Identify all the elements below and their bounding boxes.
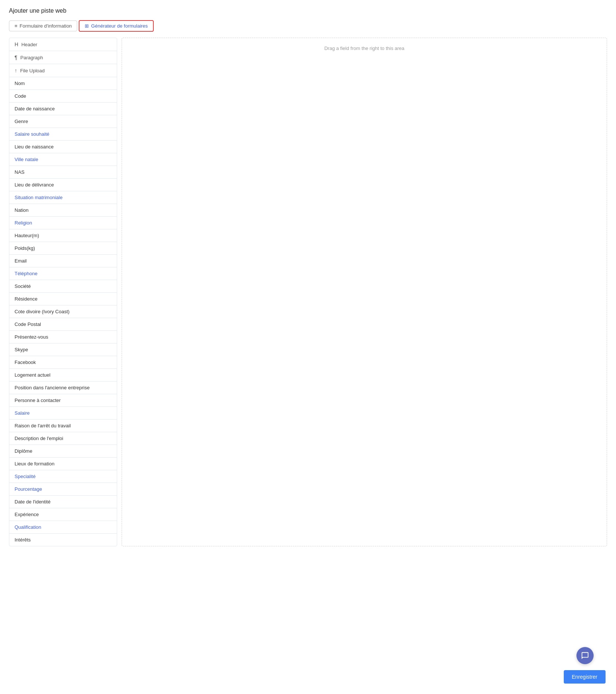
field-item-presentez-vous[interactable]: Présentez-vous [9, 331, 117, 343]
field-label-telephone: Téléphone [15, 271, 37, 276]
field-label-experience: Expérience [15, 512, 39, 517]
field-item-date-naissance[interactable]: Date de naissance [9, 103, 117, 115]
fields-panel: HHeader¶Paragraph↑File UploadNomCodeDate… [9, 38, 117, 546]
field-label-presentez-vous: Présentez-vous [15, 334, 48, 340]
field-item-hauteur[interactable]: Hauteur(m) [9, 229, 117, 242]
field-label-ville-natale: Ville natale [15, 157, 38, 162]
field-item-salaire[interactable]: Salaire [9, 407, 117, 420]
field-label-lieu-naissance: Lieu de naissance [15, 144, 54, 150]
field-icon-paragraph: ¶ [15, 54, 18, 60]
field-item-personne-contacter[interactable]: Personne à contacter [9, 394, 117, 407]
field-label-diplome: Diplôme [15, 448, 32, 454]
field-item-genre[interactable]: Genre [9, 115, 117, 128]
field-label-poids: Poids(kg) [15, 245, 35, 251]
field-label-nation: Nation [15, 207, 29, 213]
field-item-cote-divoire[interactable]: Cote divoire (Ivory Coast) [9, 305, 117, 318]
field-item-societe[interactable]: Société [9, 280, 117, 293]
field-item-lieu-naissance[interactable]: Lieu de naissance [9, 141, 117, 153]
field-label-date-naissance: Date de naissance [15, 106, 55, 112]
field-item-specialite[interactable]: Specialité [9, 470, 117, 483]
page-wrapper: Ajouter une piste web ≡Formulaire d'info… [0, 0, 616, 694]
field-label-file-upload: File Upload [20, 68, 45, 73]
tab-info[interactable]: ≡Formulaire d'information [9, 21, 77, 31]
tab-label-info: Formulaire d'information [20, 23, 72, 29]
field-item-nom[interactable]: Nom [9, 77, 117, 90]
field-item-facebook[interactable]: Facebook [9, 356, 117, 369]
field-label-code: Code [15, 93, 26, 99]
field-item-code-postal[interactable]: Code Postal [9, 318, 117, 331]
field-item-lieu-delivrance[interactable]: Lieu de délivrance [9, 179, 117, 191]
field-label-email: Email [15, 258, 27, 264]
tab-icon-info: ≡ [15, 23, 18, 29]
field-item-lieux-formation[interactable]: Lieux de formation [9, 458, 117, 470]
field-label-specialite: Specialité [15, 474, 35, 479]
field-label-code-postal: Code Postal [15, 321, 41, 327]
field-label-description-emploi: Description de l'emploi [15, 436, 63, 441]
field-item-ville-natale[interactable]: Ville natale [9, 153, 117, 166]
tab-label-generator: Générateur de formulaires [91, 23, 148, 29]
field-item-description-emploi[interactable]: Description de l'emploi [9, 432, 117, 445]
field-item-code[interactable]: Code [9, 90, 117, 103]
chat-button[interactable] [576, 647, 594, 664]
field-label-lieu-delivrance: Lieu de délivrance [15, 182, 54, 188]
field-item-skype[interactable]: Skype [9, 343, 117, 356]
field-item-telephone[interactable]: Téléphone [9, 267, 117, 280]
field-item-pourcentage[interactable]: Pourcentage [9, 483, 117, 496]
field-item-salaire-souhaite[interactable]: Salaire souhaité [9, 128, 117, 141]
field-label-nas: NAS [15, 169, 25, 175]
field-label-lieux-formation: Lieux de formation [15, 461, 54, 467]
field-item-situation-matrimoniale[interactable]: Situation matrimoniale [9, 191, 117, 204]
drop-zone[interactable]: Drag a field from the right to this area [122, 38, 607, 546]
field-label-date-identite: Date de l'identité [15, 499, 50, 505]
field-label-societe: Société [15, 283, 31, 289]
tab-icon-generator: ⊞ [85, 23, 89, 29]
field-item-interets[interactable]: Intérêts [9, 534, 117, 546]
field-item-file-upload[interactable]: ↑File Upload [9, 64, 117, 77]
field-item-date-identite[interactable]: Date de l'identité [9, 496, 117, 508]
field-label-qualification: Qualification [15, 524, 41, 530]
field-item-experience[interactable]: Expérience [9, 508, 117, 521]
field-item-email[interactable]: Email [9, 255, 117, 267]
save-button[interactable]: Enregistrer [564, 670, 606, 684]
field-label-nom: Nom [15, 81, 25, 86]
field-item-position-ancienne[interactable]: Position dans l'ancienne entreprise [9, 381, 117, 394]
field-label-interets: Intérêts [15, 537, 31, 543]
field-item-residence[interactable]: Résidence [9, 293, 117, 305]
field-item-nation[interactable]: Nation [9, 204, 117, 217]
field-label-logement-actuel: Logement actuel [15, 372, 50, 378]
field-label-religion: Religion [15, 220, 32, 226]
field-label-raison-arret: Raison de l'arrêt du travail [15, 423, 71, 428]
field-item-poids[interactable]: Poids(kg) [9, 242, 117, 255]
field-label-position-ancienne: Position dans l'ancienne entreprise [15, 385, 90, 390]
field-label-residence: Résidence [15, 296, 37, 302]
field-label-situation-matrimoniale: Situation matrimoniale [15, 195, 63, 200]
tabs-container: ≡Formulaire d'information⊞Générateur de … [9, 20, 607, 32]
field-label-personne-contacter: Personne à contacter [15, 398, 61, 403]
field-icon-file-upload: ↑ [15, 67, 17, 73]
drop-hint: Drag a field from the right to this area [324, 45, 404, 51]
field-icon-header: H [15, 41, 18, 47]
main-content: HHeader¶Paragraph↑File UploadNomCodeDate… [9, 38, 607, 546]
field-label-cote-divoire: Cote divoire (Ivory Coast) [15, 309, 69, 314]
field-item-paragraph[interactable]: ¶Paragraph [9, 51, 117, 64]
field-item-qualification[interactable]: Qualification [9, 521, 117, 534]
field-item-header[interactable]: HHeader [9, 38, 117, 51]
page-title: Ajouter une piste web [9, 7, 607, 14]
field-label-skype: Skype [15, 347, 28, 352]
field-label-paragraph: Paragraph [21, 55, 43, 60]
field-item-diplome[interactable]: Diplôme [9, 445, 117, 458]
tab-generator[interactable]: ⊞Générateur de formulaires [79, 20, 154, 32]
field-label-salaire-souhaite: Salaire souhaité [15, 131, 49, 137]
field-label-genre: Genre [15, 119, 28, 124]
field-item-nas[interactable]: NAS [9, 166, 117, 179]
field-label-hauteur: Hauteur(m) [15, 233, 39, 238]
field-label-salaire: Salaire [15, 410, 29, 416]
field-label-pourcentage: Pourcentage [15, 486, 42, 492]
field-item-logement-actuel[interactable]: Logement actuel [9, 369, 117, 381]
field-label-facebook: Facebook [15, 359, 36, 365]
field-item-religion[interactable]: Religion [9, 217, 117, 229]
field-item-raison-arret[interactable]: Raison de l'arrêt du travail [9, 420, 117, 432]
field-label-header: Header [21, 42, 37, 47]
